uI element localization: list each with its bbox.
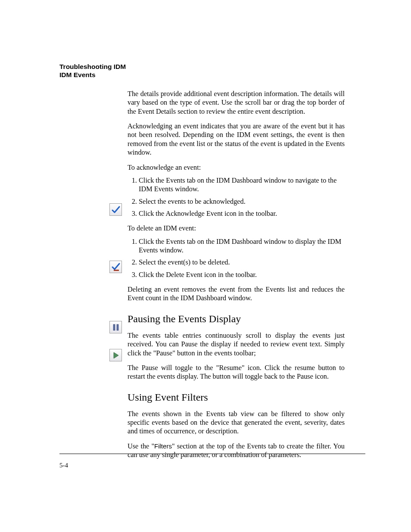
page-number: 5-4 [59, 462, 68, 469]
page: Troubleshooting IDM IDM Events The detai… [0, 0, 411, 532]
delete-event-icon [109, 261, 122, 273]
paragraph-acknowledge-intro: Acknowledging an event indicates that yo… [128, 122, 345, 157]
paragraph-delete-result: Deleting an event removes the event from… [128, 285, 345, 303]
svg-rect-2 [117, 324, 118, 330]
acknowledge-step-3: Click the Acknowledge Event icon in the … [139, 209, 345, 218]
acknowledge-step-1: Click the Events tab on the IDM Dashboar… [139, 176, 345, 194]
heading-pausing: Pausing the Events Display [128, 312, 345, 325]
filters-text-pre: Use the " [128, 442, 154, 450]
header-line-2: IDM Events [59, 71, 126, 79]
resume-icon [109, 349, 122, 361]
paragraph-pause-1: The events table entries continuously sc… [128, 331, 345, 358]
paragraph-filters-1: The events shown in the Events tab view … [128, 410, 345, 436]
delete-steps: Click the Events tab on the IDM Dashboar… [128, 237, 345, 279]
acknowledge-step-2: Select the events to be acknowledged. [139, 197, 345, 206]
paragraph-pause-2: The Pause will toggle to the "Resume" ic… [128, 364, 345, 381]
delete-step-2: Select the event(s) to be deleted. [139, 258, 345, 267]
pause-icon [109, 321, 122, 333]
acknowledge-steps: Click the Events tab on the IDM Dashboar… [128, 176, 345, 218]
paragraph-details: The details provide additional event des… [128, 90, 345, 116]
svg-rect-0 [114, 270, 119, 271]
paragraph-filters-2: Use the "Filters" section at the top of … [128, 442, 345, 460]
running-header: Troubleshooting IDM IDM Events [59, 63, 126, 79]
filters-ui-label: Filters [154, 442, 172, 450]
body-column: The details provide additional event des… [128, 90, 345, 465]
acknowledge-lead: To acknowledge an event: [128, 163, 345, 172]
acknowledge-event-icon [109, 203, 122, 216]
header-line-1: Troubleshooting IDM [59, 63, 126, 71]
svg-rect-1 [113, 324, 115, 330]
delete-lead: To delete an IDM event: [128, 224, 345, 233]
footer-rule [59, 454, 365, 454]
delete-step-3: Click the Delete Event icon in the toolb… [139, 271, 345, 279]
heading-filters: Using Event Filters [128, 391, 345, 404]
delete-step-1: Click the Events tab on the IDM Dashboar… [139, 237, 345, 255]
